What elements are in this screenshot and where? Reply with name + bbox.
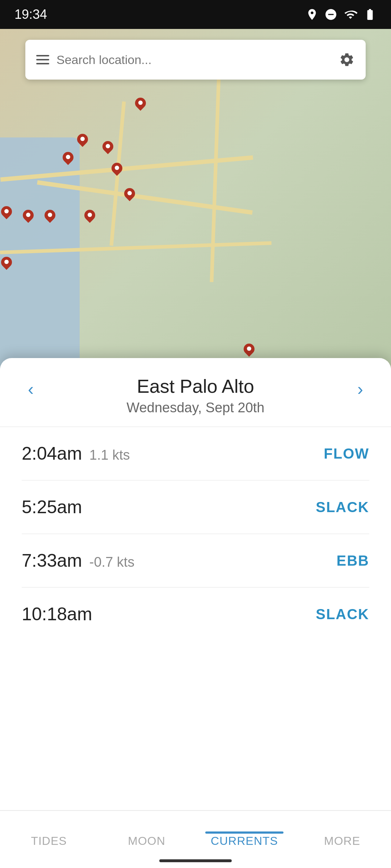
tidal-type-1: SLACK <box>316 499 369 515</box>
tidal-left-0: 2:04am 1.1 kts <box>22 443 130 464</box>
tidal-time-0: 2:04am <box>22 443 82 464</box>
prev-day-button[interactable]: ‹ <box>18 376 43 401</box>
tidal-entry-3: 10:18am SLACK <box>22 588 369 641</box>
status-icons <box>306 8 377 21</box>
tab-indicator-2 <box>205 831 283 834</box>
map-pin-5[interactable] <box>110 163 123 179</box>
tidal-entry-2: 7:33am -0.7 kts EBB <box>22 534 369 588</box>
tidal-list: 2:04am 1.1 kts FLOW 5:25am SLACK 7:33am … <box>0 427 391 810</box>
tidal-type-2: EBB <box>337 553 369 569</box>
menu-button[interactable] <box>36 55 49 64</box>
map-pin-7[interactable] <box>22 210 35 226</box>
tab-label-2: CURRENTS <box>211 834 278 848</box>
location-title: East Palo Alto <box>22 375 369 397</box>
search-input[interactable] <box>56 53 332 67</box>
next-day-button[interactable]: › <box>348 376 373 401</box>
tidal-type-3: SLACK <box>316 606 369 622</box>
tidal-time-1: 5:25am <box>22 497 82 518</box>
search-bar <box>25 40 366 80</box>
map-pin-right[interactable] <box>243 344 256 359</box>
home-indicator <box>159 859 232 862</box>
wifi-status-icon <box>343 8 358 21</box>
battery-status-icon <box>363 8 377 21</box>
tidal-left-2: 7:33am -0.7 kts <box>22 550 134 571</box>
tab-label-0: TIDES <box>31 834 67 848</box>
map-pin-9[interactable] <box>83 210 96 226</box>
tidal-entry-1: 5:25am SLACK <box>22 481 369 534</box>
map-pin-10[interactable] <box>0 206 13 222</box>
tab-label-1: MOON <box>128 834 165 848</box>
tab-indicator-1 <box>108 831 186 834</box>
tab-indicator-0 <box>10 831 88 834</box>
sheet-header: ‹ East Palo Alto Wednesday, Sept 20th › <box>0 358 391 427</box>
map-pin-8[interactable] <box>43 210 56 226</box>
location-status-icon <box>306 8 319 21</box>
tidal-left-3: 10:18am <box>22 604 92 625</box>
tab-more[interactable]: MORE <box>293 811 391 868</box>
map-pin-2[interactable] <box>76 134 89 150</box>
tidal-time-3: 10:18am <box>22 604 92 625</box>
status-bar: 19:34 <box>0 0 391 29</box>
bottom-sheet: ‹ East Palo Alto Wednesday, Sept 20th › … <box>0 358 391 868</box>
map-pin-4[interactable] <box>62 152 75 168</box>
tab-tides[interactable]: TIDES <box>0 811 98 868</box>
tidal-type-0: FLOW <box>324 446 369 462</box>
tab-indicator-3 <box>303 831 381 834</box>
tidal-speed-0: 1.1 kts <box>89 447 130 463</box>
date-subtitle: Wednesday, Sept 20th <box>22 400 369 416</box>
status-time: 19:34 <box>14 7 47 22</box>
map-pin-6[interactable] <box>123 188 136 204</box>
tidal-time-2: 7:33am <box>22 550 82 571</box>
tidal-left-1: 5:25am <box>22 497 82 518</box>
map-pin-current[interactable] <box>0 257 13 273</box>
map-pin-3[interactable] <box>101 141 114 157</box>
dnd-status-icon <box>324 8 337 21</box>
tidal-speed-2: -0.7 kts <box>89 554 135 570</box>
settings-button[interactable] <box>339 52 355 68</box>
map-pin-1[interactable] <box>134 98 147 114</box>
tab-label-3: MORE <box>324 834 360 848</box>
tidal-entry-0: 2:04am 1.1 kts FLOW <box>22 427 369 481</box>
